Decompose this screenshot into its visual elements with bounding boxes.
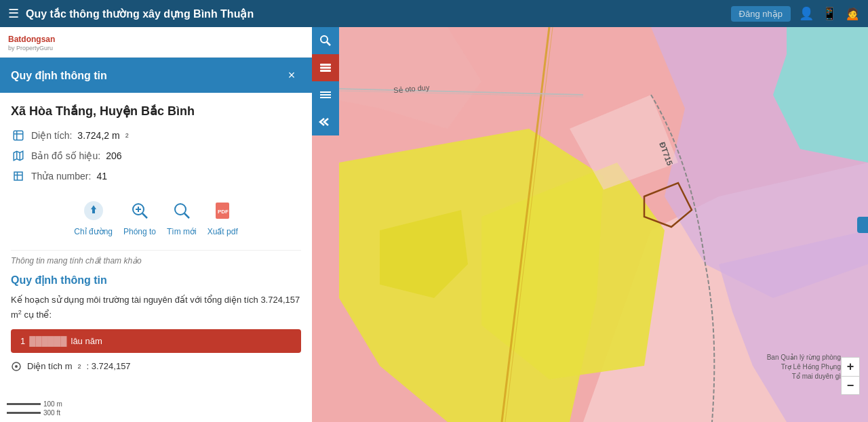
map-value: 206 bbox=[106, 150, 121, 161]
location-title: Xã Hòa Thắng, Huyện Bắc Bình bbox=[11, 104, 301, 119]
pdf-icon: PDF bbox=[209, 197, 236, 224]
svg-point-6 bbox=[175, 204, 186, 215]
map-icon bbox=[11, 148, 26, 163]
svg-line-3 bbox=[142, 213, 147, 218]
search-new-icon bbox=[168, 197, 195, 224]
svg-rect-32 bbox=[320, 91, 331, 93]
svg-line-7 bbox=[184, 213, 189, 218]
svg-point-11 bbox=[15, 365, 18, 368]
app-title: Quy tắc thông thường xây dựng Bình Thuận bbox=[26, 7, 724, 20]
svg-text:PDF: PDF bbox=[218, 209, 229, 215]
directions-icon bbox=[80, 197, 107, 224]
map-layers-button[interactable] bbox=[312, 54, 339, 81]
section-title: Quy định thông tin bbox=[11, 274, 301, 287]
note-text: Thông tin mang tính chất tham khảo bbox=[11, 256, 301, 266]
scale-ft-label: 300 ft bbox=[43, 409, 60, 417]
zoom-label: Phóng to bbox=[123, 227, 156, 236]
svg-rect-29 bbox=[320, 64, 331, 66]
scale-bar: 100 m 300 ft bbox=[7, 400, 62, 417]
desc-2-text: với tổng diện tích bbox=[190, 295, 258, 305]
svg-rect-33 bbox=[320, 94, 331, 96]
map-collapse-button[interactable] bbox=[312, 108, 339, 135]
map-search-button[interactable] bbox=[312, 27, 339, 54]
zoom-icon bbox=[126, 197, 153, 224]
map-info-row: Bản đồ số hiệu: 206 bbox=[11, 148, 301, 163]
directions-button[interactable]: Chỉ đường bbox=[74, 197, 113, 236]
scale-feet: 300 ft bbox=[7, 409, 62, 417]
area-detail-sup: 2 bbox=[18, 309, 22, 316]
layers-icon bbox=[319, 61, 332, 75]
menu-icon[interactable]: ☰ bbox=[8, 6, 19, 21]
area-info-row: Diện tích: 3.724,2 m2 bbox=[11, 128, 301, 143]
area-row-value: : 3.724,157 bbox=[87, 361, 131, 371]
area-row-label: Diện tích m bbox=[27, 361, 73, 371]
user-circle-icon[interactable]: 🙍 bbox=[845, 6, 860, 21]
map-toolbar bbox=[312, 27, 339, 135]
logo-bar: Batdongsan by PropertyGuru bbox=[0, 27, 312, 58]
desc-1: Kế hoạch sử dụng môi trường tài nguyên đ… bbox=[11, 295, 188, 305]
map-list-button[interactable] bbox=[312, 81, 339, 108]
scale-meters: 100 m bbox=[7, 400, 62, 408]
scale-m-label: 100 m bbox=[43, 400, 62, 408]
list-icon bbox=[319, 88, 332, 102]
header-right: Đăng nhập 👤 📱 🙍 bbox=[731, 6, 860, 22]
blue-dot-toggle[interactable] bbox=[857, 217, 868, 233]
modal-title: Quy định thông tin bbox=[11, 69, 107, 82]
scale-line-ft bbox=[7, 412, 41, 414]
android-icon[interactable]: 📱 bbox=[822, 6, 837, 21]
map-attribution: Ban Quản lý rừng phòng Trợ Lê Hồng Phụng… bbox=[767, 353, 841, 381]
section-desc: Kế hoạch sử dụng môi trường tài nguyên đ… bbox=[11, 293, 301, 322]
target-icon bbox=[11, 361, 22, 372]
logo: Batdongsan by PropertyGuru bbox=[8, 33, 55, 51]
map-area[interactable]: ĐT715 Sẻ oto duy bbox=[312, 27, 868, 422]
app-header: ☰ Quy tắc thông thường xây dựng Bình Thu… bbox=[0, 0, 868, 27]
svg-rect-31 bbox=[320, 70, 331, 72]
directions-label: Chỉ đường bbox=[74, 227, 113, 236]
map-label: Bản đồ số hiệu: bbox=[31, 150, 100, 161]
area-label: Diện tích: bbox=[31, 130, 72, 141]
logo-name: Batdongsan bbox=[8, 35, 55, 44]
svg-line-28 bbox=[327, 42, 330, 45]
svg-rect-30 bbox=[320, 67, 331, 69]
area-sup: 2 bbox=[125, 132, 129, 139]
zoom-controls: + − bbox=[841, 357, 860, 395]
svg-rect-34 bbox=[320, 97, 331, 98]
search-new-button[interactable]: Tìm mới bbox=[167, 197, 197, 236]
left-panel: Batdongsan by PropertyGuru Quy định thôn… bbox=[0, 27, 312, 422]
highlight-box: 1 ██████ lâu năm bbox=[11, 329, 301, 353]
parcel-label: Thửa number: bbox=[31, 171, 91, 182]
svg-rect-0 bbox=[14, 131, 23, 140]
area-detail-row: Diện tích m2 : 3.724,157 bbox=[11, 361, 301, 372]
modal-close-button[interactable]: × bbox=[282, 66, 301, 85]
divider-1 bbox=[11, 250, 301, 251]
zoom-button[interactable]: Phóng to bbox=[123, 197, 156, 236]
main-container: Batdongsan by PropertyGuru Quy định thôn… bbox=[0, 27, 868, 422]
parcel-info-row: Thửa number: 41 bbox=[11, 169, 301, 184]
zoom-in-button[interactable]: + bbox=[841, 357, 860, 376]
area-icon bbox=[11, 128, 26, 143]
export-pdf-button[interactable]: PDF Xuất pdf bbox=[208, 197, 238, 236]
modal-header: Quy định thông tin × bbox=[0, 58, 312, 93]
highlight-number: 1 bbox=[20, 336, 25, 346]
collapse-icon bbox=[319, 115, 332, 129]
area-row-sup: 2 bbox=[78, 363, 81, 370]
search-icon bbox=[319, 35, 332, 47]
svg-point-27 bbox=[321, 36, 328, 43]
modal-panel: Quy định thông tin × Xã Hòa Thắng, Huyện… bbox=[0, 58, 312, 422]
zoom-out-button[interactable]: − bbox=[841, 376, 860, 395]
action-buttons: Chỉ đường Phóng to bbox=[11, 189, 301, 245]
person-icon[interactable]: 👤 bbox=[799, 6, 814, 21]
logo-sub: by PropertyGuru bbox=[8, 45, 55, 51]
desc-3-text: cụ thể: bbox=[24, 310, 52, 320]
highlight-obscured: ██████ bbox=[29, 336, 66, 346]
parcel-value: 41 bbox=[96, 171, 107, 182]
login-button[interactable]: Đăng nhập bbox=[731, 6, 791, 22]
search-new-label: Tìm mới bbox=[167, 227, 197, 236]
export-pdf-label: Xuất pdf bbox=[208, 227, 238, 236]
modal-body: Xã Hòa Thắng, Huyện Bắc Bình Diện tích: … bbox=[0, 93, 312, 422]
parcel-icon bbox=[11, 169, 26, 184]
area-value: 3.724,2 m bbox=[77, 130, 119, 141]
highlight-text: lâu năm bbox=[71, 336, 102, 346]
scale-line-m bbox=[7, 403, 41, 405]
